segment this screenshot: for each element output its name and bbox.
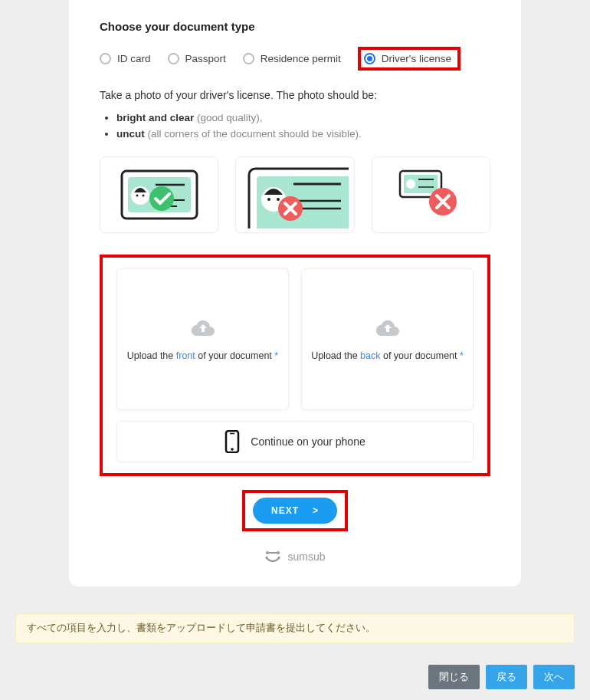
list-item: bright and clear (good quality), xyxy=(116,112,490,123)
back-button[interactable]: 戻る xyxy=(486,665,527,689)
svg-point-8 xyxy=(149,186,174,211)
cloud-upload-icon xyxy=(191,318,215,338)
radio-icon xyxy=(100,53,111,64)
brand-name: sumsub xyxy=(287,550,325,563)
cloud-upload-icon xyxy=(375,318,400,338)
txt: of your document xyxy=(380,350,460,361)
req-rest: (all corners of the document should be v… xyxy=(145,128,362,140)
required-star: * xyxy=(460,350,464,361)
next-arrow-icon: > xyxy=(313,505,319,516)
doc-type-radio-group: ID card Passport Residence permit Driver… xyxy=(100,47,490,71)
svg-point-12 xyxy=(267,198,270,201)
upload-front-card[interactable]: Upload the front of your document * xyxy=(116,268,289,410)
radio-icon xyxy=(168,53,179,64)
svg-point-3 xyxy=(136,195,138,197)
bad-cut-icon xyxy=(241,161,349,228)
upload-row: Upload the front of your document * Uplo… xyxy=(116,268,474,410)
svg-point-28 xyxy=(277,551,280,554)
example-good xyxy=(100,156,218,233)
requirements-list: bright and clear (good quality), uncut (… xyxy=(116,112,490,140)
txt-accent: front xyxy=(176,350,195,361)
phone-icon xyxy=(225,430,240,453)
warning-text: すべての項目を入力し、書類をアップロードして申請書を提出してください。 xyxy=(27,623,375,633)
upload-section: Upload the front of your document * Uplo… xyxy=(100,255,490,476)
req-rest: (good quality), xyxy=(194,112,262,123)
example-bad-small xyxy=(372,156,490,233)
next-label: NEXT xyxy=(271,505,299,516)
svg-point-27 xyxy=(266,551,269,554)
brand-footer: sumsub xyxy=(100,550,490,564)
svg-point-25 xyxy=(231,448,234,451)
radio-passport[interactable]: Passport xyxy=(168,53,226,64)
upload-back-text: Upload the back of your document * xyxy=(311,350,464,361)
next-wrap: NEXT > xyxy=(100,490,490,531)
example-images-row xyxy=(100,156,490,233)
warning-banner: すべての項目を入力し、書類をアップロードして申請書を提出してください。 xyxy=(15,613,575,643)
list-item: uncut (all corners of the document shoul… xyxy=(116,128,490,140)
radio-label: Driver's license xyxy=(382,53,451,64)
txt: Upload the xyxy=(127,350,176,361)
svg-point-13 xyxy=(277,198,280,201)
upload-front-text: Upload the front of your document * xyxy=(127,350,278,361)
txt-accent: back xyxy=(360,350,380,361)
required-star: * xyxy=(274,350,278,361)
bad-small-icon xyxy=(385,166,477,223)
svg-point-30 xyxy=(278,557,280,559)
good-doc-icon xyxy=(117,166,202,223)
radio-label: Residence permit xyxy=(261,53,341,64)
radio-residence-permit[interactable]: Residence permit xyxy=(243,53,341,64)
txt: Upload the xyxy=(311,350,360,361)
svg-point-4 xyxy=(142,195,144,197)
svg-point-20 xyxy=(406,179,415,189)
forward-button[interactable]: 次へ xyxy=(533,665,575,689)
radio-icon-checked xyxy=(364,53,375,64)
radio-id-card[interactable]: ID card xyxy=(100,53,151,64)
upload-back-card[interactable]: Upload the back of your document * xyxy=(301,268,474,410)
continue-phone-label: Continue on your phone xyxy=(251,435,365,448)
instruction-text: Take a photo of your driver's license. T… xyxy=(100,89,490,101)
continue-on-phone-card[interactable]: Continue on your phone xyxy=(116,421,474,462)
verification-modal: Choose your document type ID card Passpo… xyxy=(69,0,521,587)
next-button[interactable]: NEXT > xyxy=(253,498,337,524)
footer-buttons: 閉じる 戻る 次へ xyxy=(428,665,575,689)
close-button[interactable]: 閉じる xyxy=(428,665,480,689)
req-bold: uncut xyxy=(116,128,145,140)
radio-label: ID card xyxy=(117,53,151,64)
txt: of your document xyxy=(195,350,275,361)
svg-point-29 xyxy=(266,557,268,559)
example-bad-cut xyxy=(235,156,354,233)
radio-icon xyxy=(243,53,254,64)
radio-label: Passport xyxy=(185,53,226,64)
sumsub-logo-icon xyxy=(264,550,281,564)
radio-drivers-license[interactable]: Driver's license xyxy=(358,47,461,71)
req-bold: bright and clear xyxy=(116,112,194,123)
doc-type-title: Choose your document type xyxy=(100,20,490,33)
next-highlight: NEXT > xyxy=(242,490,348,531)
